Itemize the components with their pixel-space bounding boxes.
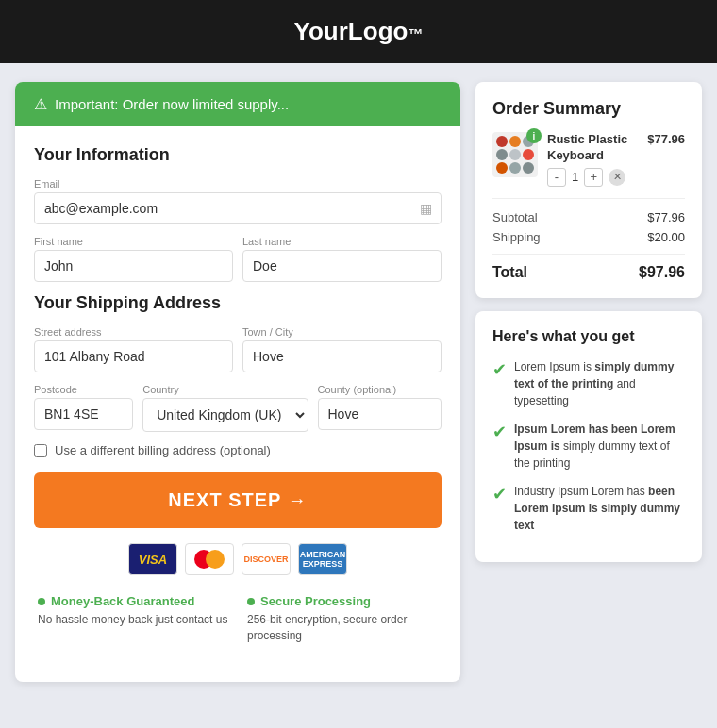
street-field[interactable] [34, 340, 233, 372]
total-row: Total $97.96 [492, 254, 685, 281]
product-image: i [492, 132, 538, 177]
benefit-item-1: ✔ Lorem Ipsum is simply dummy text of th… [492, 358, 685, 409]
postcode-label: Postcode [34, 384, 133, 395]
shipping-row: Shipping $20.00 [492, 230, 685, 244]
amex-icon: AMERICAN EXPRESS [298, 543, 347, 575]
email-field[interactable] [34, 192, 442, 224]
county-label: County (optional) [318, 384, 442, 395]
benefit-text-3: Industry Ipsum Lorem has been Lorem Ipsu… [514, 483, 685, 534]
product-info: Rustic Plastic Keyboard $77.96 - 1 + ✕ [547, 132, 685, 187]
benefit-check-icon-2: ✔ [492, 422, 507, 442]
county-field[interactable] [318, 398, 442, 430]
postcode-country-row: Postcode Country United Kingdom (UK) Cou… [34, 384, 442, 432]
shipping-label: Shipping [492, 230, 541, 244]
trust-row: Money-Back Guaranteed No hassle money ba… [34, 594, 442, 663]
total-value: $97.96 [639, 264, 685, 281]
first-name-group: First name [34, 236, 233, 282]
benefit-item-2: ✔ Ipsum Lorem has been Lorem Ipsum is si… [492, 421, 685, 472]
email-label: Email [34, 178, 442, 190]
product-badge: i [526, 128, 542, 143]
secure-title: Secure Processing [247, 594, 438, 608]
guarantee-item: Money-Back Guaranteed No hassle money ba… [38, 594, 228, 644]
left-panel: ⚠ Important: Order now limited supply...… [15, 82, 460, 682]
street-label: Street address [34, 326, 233, 338]
first-name-field[interactable] [34, 250, 233, 282]
next-step-button[interactable]: NEXT STEP → [34, 472, 442, 528]
guarantee-dot [38, 598, 45, 605]
country-label: Country [142, 384, 308, 395]
town-group: Town / City [242, 326, 442, 372]
logo: YourLogo™ [294, 17, 424, 45]
billing-checkbox-row: Use a different billing address (optiona… [34, 443, 442, 457]
county-group: County (optional) [318, 384, 442, 432]
form-section: Your Information Email ▦ First name Last… [15, 126, 460, 682]
billing-checkbox-label: Use a different billing address (optiona… [55, 443, 271, 457]
logo-text: YourLogo [294, 17, 409, 45]
country-select[interactable]: United Kingdom (UK) [142, 398, 308, 432]
total-label: Total [492, 264, 527, 281]
benefits-card: Here's what you get ✔ Lorem Ipsum is sim… [475, 311, 702, 562]
guarantee-text: No hassle money back just contact us [38, 612, 228, 628]
email-wrapper: ▦ [34, 192, 442, 224]
alert-icon: ⚠ [34, 95, 47, 113]
alert-banner: ⚠ Important: Order now limited supply... [15, 82, 460, 126]
your-info-title: Your Information [34, 145, 442, 165]
qty-decrease-button[interactable]: - [547, 168, 566, 187]
qty-increase-button[interactable]: + [584, 168, 603, 187]
header: YourLogo™ [0, 0, 717, 63]
guarantee-label: Money-Back Guaranteed [51, 594, 194, 608]
product-price: $77.96 [647, 132, 685, 146]
postcode-field[interactable] [34, 398, 133, 430]
product-name: Rustic Plastic Keyboard [547, 132, 647, 164]
logo-suffix: ™ [408, 26, 423, 42]
benefit-text-2: Ipsum Lorem has been Lorem Ipsum is simp… [514, 421, 685, 472]
secure-label: Secure Processing [260, 594, 371, 608]
name-row: First name Last name [34, 236, 442, 282]
last-name-group: Last name [242, 236, 442, 282]
product-row: i Rustic Plastic Keyboard $77.96 - 1 + ✕ [492, 132, 685, 187]
totals-section: Subtotal $77.96 Shipping $20.00 Total $9… [492, 198, 685, 281]
visa-icon: VISA [128, 543, 177, 575]
country-group: Country United Kingdom (UK) [142, 384, 308, 432]
order-summary-title: Order Summary [492, 99, 685, 119]
payment-icons: VISA DISCOVER AMERICAN EXPRESS [34, 543, 442, 575]
remove-button[interactable]: ✕ [609, 169, 625, 186]
first-name-label: First name [34, 236, 233, 247]
main-content: ⚠ Important: Order now limited supply...… [0, 63, 717, 701]
discover-icon: DISCOVER [242, 543, 291, 575]
secure-text: 256-bit encryption, secure order process… [247, 612, 438, 644]
benefits-title: Here's what you get [492, 328, 685, 345]
shipping-title: Your Shipping Address [34, 293, 442, 313]
guarantee-title: Money-Back Guaranteed [38, 594, 228, 608]
subtotal-row: Subtotal $77.96 [492, 210, 685, 224]
order-summary-card: Order Summary i Rustic Plastic Keyboard … [475, 82, 702, 298]
email-icon: ▦ [420, 201, 432, 216]
email-group: Email ▦ [34, 178, 442, 224]
shipping-value: $20.00 [647, 230, 685, 244]
town-field[interactable] [242, 340, 442, 372]
qty-row: - 1 + ✕ [547, 168, 685, 187]
subtotal-value: $77.96 [647, 210, 685, 224]
benefit-item-3: ✔ Industry Ipsum Lorem has been Lorem Ip… [492, 483, 685, 534]
secure-item: Secure Processing 256-bit encryption, se… [247, 594, 438, 644]
last-name-field[interactable] [242, 250, 442, 282]
postcode-group: Postcode [34, 384, 133, 432]
right-panel: Order Summary i Rustic Plastic Keyboard … [475, 82, 702, 682]
alert-message: Important: Order now limited supply... [55, 96, 289, 112]
qty-value: 1 [572, 170, 578, 184]
mastercard-icon [185, 543, 234, 575]
benefit-check-icon-3: ✔ [492, 484, 507, 505]
town-label: Town / City [242, 326, 442, 338]
billing-checkbox[interactable] [34, 444, 47, 457]
subtotal-label: Subtotal [492, 210, 538, 224]
last-name-label: Last name [242, 236, 442, 247]
address-row: Street address Town / City [34, 326, 442, 372]
benefit-text-1: Lorem Ipsum is simply dummy text of the … [514, 358, 685, 409]
benefit-check-icon-1: ✔ [492, 359, 507, 380]
secure-dot [247, 598, 255, 605]
street-group: Street address [34, 326, 233, 372]
